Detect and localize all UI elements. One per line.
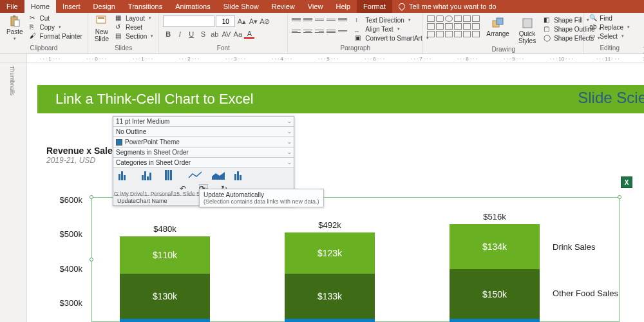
underline-button[interactable]: U xyxy=(186,30,196,39)
selection-handle[interactable] xyxy=(90,195,93,199)
tc-chart-type-row xyxy=(113,168,294,182)
bold-button[interactable]: B xyxy=(163,30,173,39)
shadow-button[interactable]: ab xyxy=(209,30,220,39)
yaxis-tick: $500k xyxy=(46,229,82,239)
ruler-tick: · · · 7 · · · xyxy=(411,54,431,63)
paste-button[interactable]: Paste ▾ xyxy=(4,14,26,43)
shapes-gallery[interactable] xyxy=(427,15,480,37)
cut-button[interactable]: ✂Cut xyxy=(28,14,84,23)
align-text-button[interactable]: ⎯Align Text xyxy=(354,24,430,33)
format-painter-button[interactable]: 🖌Format Painter xyxy=(28,32,84,41)
indent-dec-icon[interactable] xyxy=(315,15,324,23)
tab-review[interactable]: Review xyxy=(265,0,301,13)
chart-type-area-icon[interactable] xyxy=(211,170,225,180)
horizontal-ruler[interactable]: · · · 1 · · ·· · · 0 · · ·· · · 1 · · ··… xyxy=(27,54,644,62)
font-color-button[interactable]: A xyxy=(244,30,254,39)
segment-drink: $110k xyxy=(120,236,210,274)
tab-design[interactable]: Design xyxy=(87,0,122,13)
tc-categories-row[interactable]: Categories in Sheet Order⌵ xyxy=(113,158,294,168)
excel-link-badge[interactable]: X xyxy=(621,176,632,188)
font-size-input[interactable] xyxy=(216,15,235,27)
copy-button[interactable]: ⎘Copy xyxy=(28,23,84,32)
tc-font-row[interactable]: 11 pt Inter Medium⌵ xyxy=(113,117,294,127)
char-spacing-button[interactable]: AV xyxy=(221,30,231,39)
align-right-icon[interactable] xyxy=(315,27,324,35)
bar-2019[interactable]: $110k $130k xyxy=(120,236,210,322)
increase-font-icon[interactable]: A▴ xyxy=(236,17,247,26)
new-slide-button[interactable]: New Slide xyxy=(92,14,111,44)
chart-type-clustered-icon[interactable] xyxy=(142,170,156,180)
bar-2021[interactable]: $134k $150k xyxy=(450,224,540,322)
segment-blue xyxy=(285,319,375,322)
reset-icon: ↺ xyxy=(115,23,123,31)
justify-icon[interactable] xyxy=(327,27,336,35)
select-icon: ▭ xyxy=(589,32,597,40)
tab-help[interactable]: Help xyxy=(329,0,357,13)
clear-format-icon[interactable]: A⊘ xyxy=(260,17,270,26)
selection-handle[interactable] xyxy=(90,258,93,261)
ruler-tick: · · · 10 · · · xyxy=(550,54,573,63)
tell-me-search[interactable]: Tell me what you want to do xyxy=(392,0,503,13)
line-spacing-icon[interactable] xyxy=(338,15,347,23)
brand-text: Slide Scie xyxy=(578,89,644,107)
group-label: Paragraph xyxy=(292,44,419,53)
change-case-button[interactable]: Aa xyxy=(232,30,243,39)
tab-format[interactable]: Format xyxy=(357,0,392,13)
smartart-button[interactable]: ▣Convert to SmartArt xyxy=(354,33,430,43)
align-center-icon[interactable] xyxy=(303,27,312,35)
quick-styles-button[interactable]: Quick Styles xyxy=(516,15,538,46)
strike-button[interactable]: S xyxy=(198,30,208,39)
group-slides: New Slide ▦Layout ↺Reset ▤Section Slides xyxy=(88,13,160,53)
numbering-icon[interactable] xyxy=(303,15,312,23)
tab-file[interactable]: File xyxy=(0,0,24,13)
chart-type-line-icon[interactable] xyxy=(188,170,202,180)
bar-2020[interactable]: $123k $133k xyxy=(285,232,375,322)
group-editing: 🔍Find abReplace ▭Select Editing xyxy=(584,13,635,53)
tab-slideshow[interactable]: Slide Show xyxy=(217,0,265,13)
selection-handle[interactable] xyxy=(618,195,621,199)
ruler-tick: · · · 6 · · · xyxy=(365,54,384,63)
columns-icon[interactable] xyxy=(338,27,347,35)
tc-theme-row[interactable]: PowerPoint Theme⌵ xyxy=(113,137,294,147)
tc-outline-row[interactable]: No Outline⌵ xyxy=(113,127,294,137)
select-button[interactable]: ▭Select xyxy=(588,32,631,41)
ruler-tick: · · · 4 · · · xyxy=(272,54,292,63)
decrease-font-icon[interactable]: A▾ xyxy=(248,17,258,26)
tab-home[interactable]: Home xyxy=(24,0,56,13)
align-text-icon: ⎯ xyxy=(355,25,363,33)
font-name-input[interactable] xyxy=(163,15,214,27)
align-left-icon[interactable] xyxy=(292,27,301,35)
quick-styles-icon xyxy=(521,17,534,30)
tab-transitions[interactable]: Transitions xyxy=(122,0,169,13)
arrange-button[interactable]: Arrange xyxy=(484,15,512,39)
thumbnails-panel[interactable]: Thumbnails xyxy=(0,63,27,322)
italic-button[interactable]: I xyxy=(175,30,185,39)
tc-segments-row[interactable]: Segments in Sheet Order⌵ xyxy=(113,147,294,158)
svg-rect-3 xyxy=(97,16,106,23)
chart-type-combo-icon[interactable] xyxy=(234,170,249,180)
text-direction-icon: ↕ xyxy=(355,16,363,24)
outline-icon: ▢ xyxy=(544,25,551,33)
slide-title-bar: Link a Think-Cell Chart to Excel xyxy=(37,85,644,113)
bullets-icon[interactable] xyxy=(292,15,301,23)
slide-canvas[interactable]: Link a Think-Cell Chart to Excel Slide S… xyxy=(27,63,644,322)
tab-insert[interactable]: Insert xyxy=(56,0,87,13)
yaxis-tick: $600k xyxy=(46,195,82,205)
replace-button[interactable]: abReplace xyxy=(588,23,631,32)
layout-button[interactable]: ▦Layout xyxy=(114,14,155,23)
legend-other: Other Food Sales xyxy=(553,289,618,298)
text-direction-button[interactable]: ↕Text Direction xyxy=(354,15,430,24)
indent-inc-icon[interactable] xyxy=(327,15,336,23)
ruler-tick: · · · 8 · · · xyxy=(457,54,477,63)
chart-type-100-icon[interactable] xyxy=(165,170,179,180)
new-slide-icon xyxy=(95,15,108,28)
section-button[interactable]: ▤Section xyxy=(114,32,155,41)
segment-drink: $123k xyxy=(285,232,375,274)
reset-button[interactable]: ↺Reset xyxy=(114,23,155,32)
tab-animations[interactable]: Animations xyxy=(169,0,216,13)
ruler-tick: · · · 5 · · · xyxy=(318,54,338,63)
chart-type-stacked-icon[interactable] xyxy=(118,170,133,180)
find-button[interactable]: 🔍Find xyxy=(588,14,631,23)
yaxis-tick: $300k xyxy=(46,298,82,308)
tab-view[interactable]: View xyxy=(301,0,330,13)
